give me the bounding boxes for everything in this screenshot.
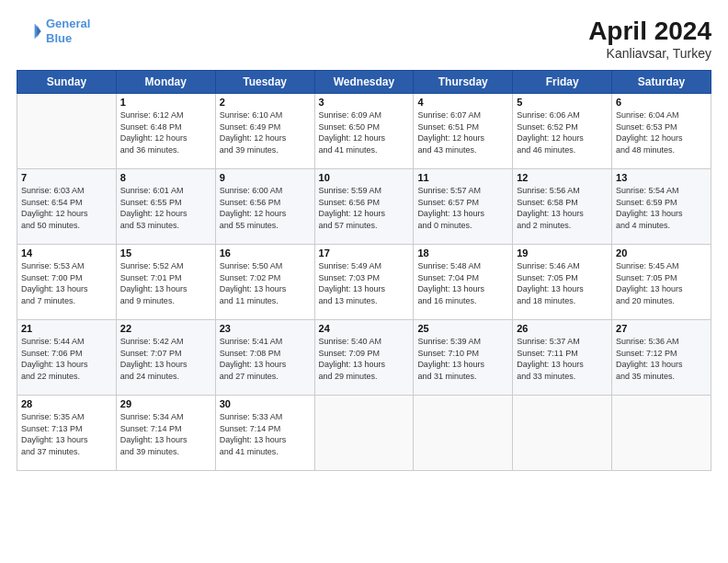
cal-cell bbox=[612, 396, 711, 471]
cell-info: Sunrise: 6:01 AM Sunset: 6:55 PM Dayligh… bbox=[120, 185, 211, 231]
cal-cell: 1Sunrise: 6:12 AM Sunset: 6:48 PM Daylig… bbox=[116, 94, 215, 169]
cal-cell: 3Sunrise: 6:09 AM Sunset: 6:50 PM Daylig… bbox=[314, 94, 414, 169]
cell-info: Sunrise: 6:03 AM Sunset: 6:54 PM Dayligh… bbox=[21, 185, 112, 231]
cal-cell: 9Sunrise: 6:00 AM Sunset: 6:56 PM Daylig… bbox=[215, 169, 314, 245]
title-block: April 2024 Kanliavsar, Turkey bbox=[588, 17, 711, 61]
cal-cell: 16Sunrise: 5:50 AM Sunset: 7:02 PM Dayli… bbox=[215, 245, 314, 320]
cell-date: 21 bbox=[21, 323, 112, 334]
cell-info: Sunrise: 5:57 AM Sunset: 6:57 PM Dayligh… bbox=[417, 185, 508, 231]
cell-date: 22 bbox=[120, 323, 211, 334]
cell-date: 26 bbox=[517, 323, 608, 334]
cell-date: 29 bbox=[120, 398, 211, 409]
cell-info: Sunrise: 5:53 AM Sunset: 7:00 PM Dayligh… bbox=[21, 260, 112, 306]
cell-date: 25 bbox=[417, 323, 508, 334]
cell-date: 5 bbox=[517, 97, 608, 108]
cal-cell: 23Sunrise: 5:41 AM Sunset: 7:08 PM Dayli… bbox=[215, 320, 314, 396]
cal-cell: 30Sunrise: 5:33 AM Sunset: 7:14 PM Dayli… bbox=[215, 396, 314, 471]
cal-cell: 18Sunrise: 5:48 AM Sunset: 7:04 PM Dayli… bbox=[414, 245, 513, 320]
day-header-tuesday: Tuesday bbox=[215, 71, 314, 94]
day-header-monday: Monday bbox=[116, 71, 215, 94]
cal-cell: 17Sunrise: 5:49 AM Sunset: 7:03 PM Dayli… bbox=[314, 245, 414, 320]
cell-info: Sunrise: 5:41 AM Sunset: 7:08 PM Dayligh… bbox=[220, 336, 311, 382]
week-row-1: 1Sunrise: 6:12 AM Sunset: 6:48 PM Daylig… bbox=[17, 94, 711, 169]
cell-info: Sunrise: 5:33 AM Sunset: 7:14 PM Dayligh… bbox=[220, 411, 311, 457]
cell-info: Sunrise: 5:34 AM Sunset: 7:14 PM Dayligh… bbox=[120, 411, 211, 457]
cell-date: 17 bbox=[319, 247, 410, 259]
cell-info: Sunrise: 5:44 AM Sunset: 7:06 PM Dayligh… bbox=[21, 336, 112, 382]
cell-date: 19 bbox=[517, 247, 608, 259]
cell-date: 24 bbox=[319, 323, 410, 334]
cell-date: 6 bbox=[616, 97, 707, 108]
cell-date: 16 bbox=[220, 247, 311, 259]
calendar-subtitle: Kanliavsar, Turkey bbox=[588, 46, 711, 61]
week-row-3: 14Sunrise: 5:53 AM Sunset: 7:00 PM Dayli… bbox=[17, 245, 711, 320]
cell-date: 4 bbox=[417, 97, 508, 108]
cell-info: Sunrise: 6:04 AM Sunset: 6:53 PM Dayligh… bbox=[616, 109, 707, 155]
cell-date: 15 bbox=[120, 247, 211, 259]
cell-date: 20 bbox=[616, 247, 707, 259]
cal-cell: 14Sunrise: 5:53 AM Sunset: 7:00 PM Dayli… bbox=[17, 245, 117, 320]
cell-info: Sunrise: 5:45 AM Sunset: 7:05 PM Dayligh… bbox=[616, 260, 707, 306]
week-row-2: 7Sunrise: 6:03 AM Sunset: 6:54 PM Daylig… bbox=[17, 169, 711, 245]
cal-cell: 7Sunrise: 6:03 AM Sunset: 6:54 PM Daylig… bbox=[17, 169, 117, 245]
cell-date: 12 bbox=[517, 172, 608, 183]
week-row-4: 21Sunrise: 5:44 AM Sunset: 7:06 PM Dayli… bbox=[17, 320, 711, 396]
day-header-friday: Friday bbox=[513, 71, 612, 94]
day-header-saturday: Saturday bbox=[612, 71, 711, 94]
cell-info: Sunrise: 5:37 AM Sunset: 7:11 PM Dayligh… bbox=[517, 336, 608, 382]
cal-cell: 24Sunrise: 5:40 AM Sunset: 7:09 PM Dayli… bbox=[314, 320, 414, 396]
cell-info: Sunrise: 5:54 AM Sunset: 6:59 PM Dayligh… bbox=[616, 185, 707, 231]
cell-date: 7 bbox=[21, 172, 112, 183]
cell-info: Sunrise: 5:40 AM Sunset: 7:09 PM Dayligh… bbox=[319, 336, 410, 382]
cal-cell: 12Sunrise: 5:56 AM Sunset: 6:58 PM Dayli… bbox=[513, 169, 612, 245]
cell-date: 23 bbox=[220, 323, 311, 334]
cal-cell: 8Sunrise: 6:01 AM Sunset: 6:55 PM Daylig… bbox=[116, 169, 215, 245]
cell-info: Sunrise: 5:35 AM Sunset: 7:13 PM Dayligh… bbox=[21, 411, 112, 457]
cell-date: 2 bbox=[220, 97, 311, 108]
cal-cell: 28Sunrise: 5:35 AM Sunset: 7:13 PM Dayli… bbox=[17, 396, 117, 471]
cell-date: 9 bbox=[220, 172, 311, 183]
calendar-table: SundayMondayTuesdayWednesdayThursdayFrid… bbox=[17, 70, 711, 471]
day-header-sunday: Sunday bbox=[17, 71, 117, 94]
cal-cell bbox=[17, 94, 117, 169]
cell-info: Sunrise: 5:56 AM Sunset: 6:58 PM Dayligh… bbox=[517, 185, 608, 231]
cal-cell: 15Sunrise: 5:52 AM Sunset: 7:01 PM Dayli… bbox=[116, 245, 215, 320]
cal-cell: 6Sunrise: 6:04 AM Sunset: 6:53 PM Daylig… bbox=[612, 94, 711, 169]
logo-icon bbox=[17, 18, 42, 44]
cal-cell: 27Sunrise: 5:36 AM Sunset: 7:12 PM Dayli… bbox=[612, 320, 711, 396]
logo-line2: Blue bbox=[46, 31, 72, 45]
cell-date: 3 bbox=[319, 97, 410, 108]
cell-info: Sunrise: 5:59 AM Sunset: 6:56 PM Dayligh… bbox=[319, 185, 410, 231]
cell-info: Sunrise: 6:00 AM Sunset: 6:56 PM Dayligh… bbox=[220, 185, 311, 231]
header: General Blue April 2024 Kanliavsar, Turk… bbox=[17, 17, 711, 61]
cal-cell: 5Sunrise: 6:06 AM Sunset: 6:52 PM Daylig… bbox=[513, 94, 612, 169]
cell-date: 8 bbox=[120, 172, 211, 183]
cell-date: 18 bbox=[417, 247, 508, 259]
cal-cell: 20Sunrise: 5:45 AM Sunset: 7:05 PM Dayli… bbox=[612, 245, 711, 320]
cell-date: 13 bbox=[616, 172, 707, 183]
logo-line1: General bbox=[46, 17, 90, 30]
cell-info: Sunrise: 5:49 AM Sunset: 7:03 PM Dayligh… bbox=[319, 260, 410, 306]
header-row: SundayMondayTuesdayWednesdayThursdayFrid… bbox=[17, 71, 711, 94]
cell-date: 1 bbox=[120, 97, 211, 108]
cal-cell: 22Sunrise: 5:42 AM Sunset: 7:07 PM Dayli… bbox=[116, 320, 215, 396]
cal-cell bbox=[513, 396, 612, 471]
cal-cell bbox=[414, 396, 513, 471]
logo: General Blue bbox=[17, 17, 90, 45]
cell-date: 30 bbox=[220, 398, 311, 409]
cell-date: 14 bbox=[21, 247, 112, 259]
cell-date: 11 bbox=[417, 172, 508, 183]
cell-info: Sunrise: 6:10 AM Sunset: 6:49 PM Dayligh… bbox=[220, 109, 311, 155]
cal-cell: 11Sunrise: 5:57 AM Sunset: 6:57 PM Dayli… bbox=[414, 169, 513, 245]
cell-info: Sunrise: 5:52 AM Sunset: 7:01 PM Dayligh… bbox=[120, 260, 211, 306]
cell-info: Sunrise: 5:39 AM Sunset: 7:10 PM Dayligh… bbox=[417, 336, 508, 382]
cell-info: Sunrise: 6:09 AM Sunset: 6:50 PM Dayligh… bbox=[319, 109, 410, 155]
cell-info: Sunrise: 6:12 AM Sunset: 6:48 PM Dayligh… bbox=[120, 109, 211, 155]
svg-marker-1 bbox=[37, 25, 40, 38]
cal-cell: 2Sunrise: 6:10 AM Sunset: 6:49 PM Daylig… bbox=[215, 94, 314, 169]
cal-cell bbox=[314, 396, 414, 471]
cal-cell: 25Sunrise: 5:39 AM Sunset: 7:10 PM Dayli… bbox=[414, 320, 513, 396]
page: General Blue April 2024 Kanliavsar, Turk… bbox=[0, 0, 728, 563]
week-row-5: 28Sunrise: 5:35 AM Sunset: 7:13 PM Dayli… bbox=[17, 396, 711, 471]
cal-cell: 13Sunrise: 5:54 AM Sunset: 6:59 PM Dayli… bbox=[612, 169, 711, 245]
